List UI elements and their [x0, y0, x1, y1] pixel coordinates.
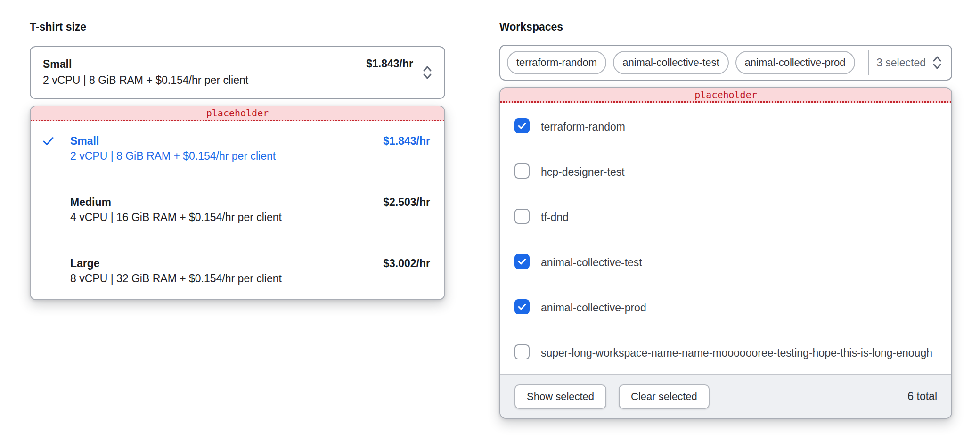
- chevron-up-down-icon: [422, 65, 433, 81]
- workspace-option[interactable]: tf-dnd: [500, 201, 951, 234]
- workspace-option-label: super-long-workspace-name-name-moooooore…: [541, 343, 932, 362]
- selected-workspace-pills: terraform-randomanimal-collective-testan…: [507, 50, 869, 75]
- selected-size-text: Small 2 vCPU | 8 GiB RAM + $0.154/hr per…: [43, 57, 358, 89]
- workspace-checkbox[interactable]: [514, 163, 530, 179]
- workspace-option-label: terraform-random: [541, 117, 625, 136]
- workspace-checkbox[interactable]: [514, 118, 530, 133]
- workspaces-label: Workspaces: [499, 21, 952, 33]
- placeholder-banner-text: placeholder: [206, 107, 269, 119]
- placeholder-banner: placeholder: [31, 106, 444, 121]
- placeholder-banner-text: placeholder: [694, 89, 757, 100]
- show-selected-button[interactable]: Show selected: [514, 384, 606, 409]
- workspace-option-label: hcp-designer-test: [541, 163, 625, 181]
- workspace-checkbox[interactable]: [514, 209, 530, 224]
- chevron-up-down-icon: [931, 55, 943, 71]
- size-option-text: Small 2 vCPU | 8 GiB RAM + $0.154/hr per…: [70, 133, 430, 163]
- workspace-pill: animal-collective-test: [613, 51, 728, 74]
- size-option-title: Large: [70, 256, 430, 271]
- tshirt-size-section: T-shirt size Small 2 vCPU | 8 GiB RAM + …: [30, 0, 445, 300]
- tshirt-size-label: T-shirt size: [30, 21, 445, 33]
- size-option-list: Small 2 vCPU | 8 GiB RAM + $0.154/hr per…: [31, 121, 444, 299]
- tshirt-size-dropdown-panel: placeholder Small 2 vCPU | 8 GiB RAM + $…: [30, 106, 445, 300]
- size-option[interactable]: Large 8 vCPU | 32 GiB RAM + $0.154/hr pe…: [31, 256, 444, 286]
- workspaces-section: Workspaces terraform-randomanimal-collec…: [499, 0, 952, 419]
- size-option-detail: 2 vCPU | 8 GiB RAM + $0.154/hr per clien…: [70, 148, 430, 163]
- clear-selected-button[interactable]: Clear selected: [619, 384, 710, 409]
- check-icon: [517, 302, 527, 311]
- size-option-price: $1.843/hr: [383, 133, 430, 148]
- check-icon: [517, 121, 527, 131]
- workspace-option[interactable]: terraform-random: [500, 110, 951, 143]
- tshirt-size-select-trigger[interactable]: Small 2 vCPU | 8 GiB RAM + $0.154/hr per…: [30, 46, 445, 99]
- workspace-option-label: animal-collective-test: [541, 253, 642, 272]
- size-option-detail: 8 vCPU | 32 GiB RAM + $0.154/hr per clie…: [70, 271, 430, 286]
- workspaces-select-trigger[interactable]: terraform-randomanimal-collective-testan…: [499, 45, 952, 81]
- workspace-checkbox[interactable]: [514, 299, 530, 314]
- workspace-checkbox[interactable]: [514, 254, 530, 269]
- size-option[interactable]: Medium 4 vCPU | 16 GiB RAM + $0.154/hr p…: [31, 195, 444, 225]
- size-option-detail: 4 vCPU | 16 GiB RAM + $0.154/hr per clie…: [70, 210, 430, 225]
- workspace-pill: animal-collective-prod: [735, 51, 855, 74]
- check-icon: [517, 257, 527, 266]
- placeholder-banner: placeholder: [500, 88, 951, 103]
- size-option-price: $3.002/hr: [383, 256, 430, 271]
- size-option[interactable]: Small 2 vCPU | 8 GiB RAM + $0.154/hr per…: [31, 133, 444, 163]
- workspaces-footer: Show selected Clear selected 6 total: [500, 374, 951, 418]
- size-option-title: Small: [70, 133, 430, 148]
- size-option-price: $2.503/hr: [383, 195, 430, 210]
- size-option-text: Medium 4 vCPU | 16 GiB RAM + $0.154/hr p…: [70, 195, 430, 225]
- workspace-option-label: tf-dnd: [541, 208, 569, 227]
- check-icon: [42, 135, 55, 147]
- workspace-pill: terraform-random: [507, 51, 606, 74]
- selected-size-detail: 2 vCPU | 8 GiB RAM + $0.154/hr per clien…: [43, 72, 358, 89]
- workspace-option[interactable]: animal-collective-prod: [500, 291, 951, 324]
- workspaces-dropdown-panel: placeholder terraform-random hcp-designe…: [499, 87, 952, 419]
- selected-size-title: Small: [43, 57, 358, 72]
- total-count-label: 6 total: [907, 390, 937, 403]
- workspace-option[interactable]: animal-collective-test: [500, 246, 951, 279]
- selected-size-price: $1.843/hr: [366, 57, 413, 70]
- workspace-option[interactable]: super-long-workspace-name-name-moooooore…: [500, 336, 951, 369]
- page: T-shirt size Small 2 vCPU | 8 GiB RAM + …: [0, 0, 980, 441]
- workspace-option-list: terraform-random hcp-designer-test tf-dn…: [500, 103, 951, 374]
- workspace-checkbox[interactable]: [514, 344, 530, 359]
- selected-count-label: 3 selected: [876, 57, 926, 69]
- workspace-option[interactable]: hcp-designer-test: [500, 155, 951, 188]
- size-option-text: Large 8 vCPU | 32 GiB RAM + $0.154/hr pe…: [70, 256, 430, 286]
- size-option-title: Medium: [70, 195, 430, 210]
- workspace-option-label: animal-collective-prod: [541, 298, 646, 317]
